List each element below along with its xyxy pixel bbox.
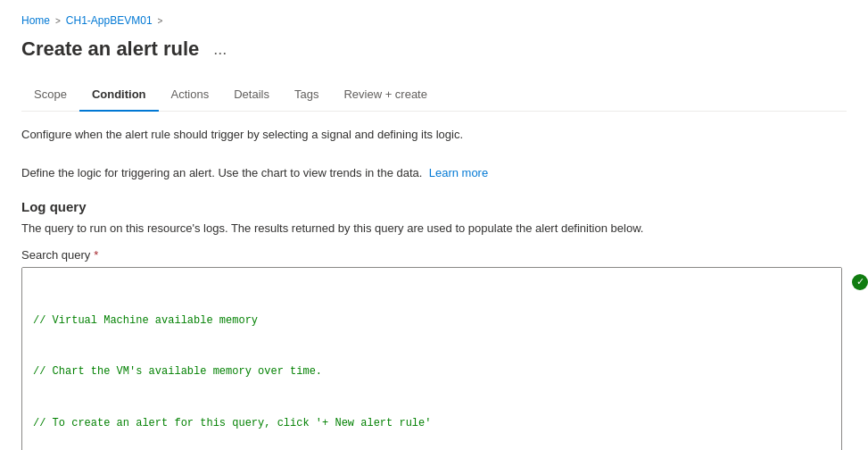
tab-review-create[interactable]: Review + create <box>331 79 440 112</box>
page-title: Create an alert rule <box>21 38 199 61</box>
tab-details[interactable]: Details <box>221 79 282 112</box>
description-line1: Configure when the alert rule should tri… <box>21 126 847 144</box>
query-container: // Virtual Machine available memory // C… <box>21 267 847 451</box>
code-editor[interactable]: // Virtual Machine available memory // C… <box>21 267 842 451</box>
description-line2: Define the logic for triggering an alert… <box>21 164 847 182</box>
breadcrumb-resource[interactable]: CH1-AppBEVM01 <box>66 14 153 27</box>
section-title-log-query: Log query <box>21 199 847 214</box>
ellipsis-button[interactable]: ... <box>208 38 232 61</box>
tab-scope[interactable]: Scope <box>21 79 79 112</box>
validation-check-icon: ✓ <box>852 274 868 290</box>
section-description: The query to run on this resource's logs… <box>21 220 847 238</box>
tab-condition[interactable]: Condition <box>79 79 159 112</box>
tab-tags[interactable]: Tags <box>282 79 331 112</box>
breadcrumb-home[interactable]: Home <box>21 14 50 27</box>
field-label-search-query: Search query * <box>21 248 847 262</box>
breadcrumb: Home > CH1-AppBEVM01 > <box>21 14 847 27</box>
breadcrumb-separator-2: > <box>158 16 163 26</box>
learn-more-link[interactable]: Learn more <box>429 166 488 179</box>
tab-actions[interactable]: Actions <box>159 79 222 112</box>
breadcrumb-separator-1: > <box>55 16 61 26</box>
tabs-nav: Scope Condition Actions Details Tags Rev… <box>21 79 847 112</box>
required-indicator: * <box>94 248 98 262</box>
